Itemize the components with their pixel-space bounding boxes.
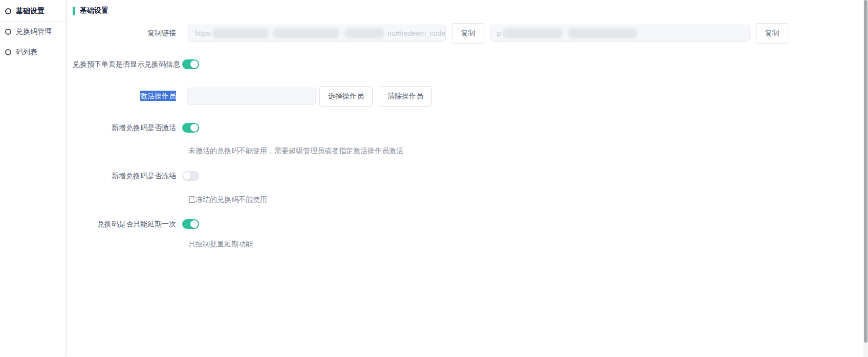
sidebar-item-label: 码列表 — [16, 48, 37, 57]
extend-once-toggle[interactable] — [182, 219, 199, 229]
scrollbar-track — [863, 0, 868, 357]
show-code-info-row: 兑换预下单页是否显示兑换码信息 — [73, 59, 859, 69]
redacted-blur — [344, 28, 384, 38]
link2-prefix: p — [497, 29, 501, 37]
sidebar-item-basic-settings[interactable]: 基础设置 — [0, 1, 66, 22]
link1-suffix: nu#/redeem_code_list?i=11 — [387, 29, 446, 37]
sidebar-item-code-list[interactable]: 码列表 — [0, 42, 66, 62]
new-code-activated-toggle[interactable] — [182, 123, 199, 133]
copy-link-input-1[interactable]: https nu#/redeem_code_list?i=11 — [188, 25, 446, 42]
selected-label-text: 激活操作员 — [140, 91, 176, 101]
activate-operator-label: 激活操作员 — [73, 92, 182, 101]
extend-once-hint: 只控制批量延期功能 — [188, 239, 859, 249]
new-code-frozen-row: 新增兑换码是否冻结 — [73, 171, 859, 181]
clear-operator-button[interactable]: 清除操作员 — [379, 86, 432, 107]
sidebar: 基础设置 兑换码管理 码列表 — [0, 0, 66, 357]
copy-link-row: 复制链接 https nu#/redeem_code_list?i=11 复制 … — [73, 23, 859, 44]
extend-once-row: 兑换码是否只能延期一次 — [73, 219, 859, 229]
page-title: 基础设置 — [80, 6, 108, 15]
redacted-blur — [568, 28, 637, 38]
title-accent-bar — [73, 7, 75, 15]
new-code-frozen-toggle[interactable] — [182, 171, 199, 181]
redacted-blur — [212, 28, 269, 38]
copy-link-input-2[interactable]: p — [490, 25, 750, 42]
activate-operator-row: 激活操作员 选择操作员 清除操作员 — [73, 86, 859, 107]
section-header: 基础设置 — [73, 6, 859, 15]
radio-circle-icon — [5, 49, 11, 55]
link1-prefix: https — [195, 29, 210, 37]
sidebar-item-label: 基础设置 — [16, 7, 45, 16]
main-content: 基础设置 复制链接 https nu#/redeem_code_list?i=1… — [66, 0, 868, 357]
show-code-info-label: 兑换预下单页是否显示兑换码信息 — [73, 60, 182, 69]
vertical-scrollbar[interactable] — [864, 0, 867, 343]
sidebar-item-label: 兑换码管理 — [16, 27, 52, 36]
copy-link-label: 复制链接 — [73, 29, 182, 38]
redacted-blur — [273, 28, 339, 38]
activate-operator-input[interactable] — [187, 88, 316, 105]
redacted-blur — [503, 28, 563, 38]
show-code-info-toggle[interactable] — [182, 59, 199, 69]
select-operator-button[interactable]: 选择操作员 — [319, 86, 373, 107]
extend-once-label: 兑换码是否只能延期一次 — [73, 220, 182, 229]
new-code-activated-label: 新增兑换码是否激活 — [73, 123, 182, 133]
new-code-activated-hint: 未激活的兑换码不能使用，需要超级管理员或者指定激活操作员激活 — [188, 146, 859, 156]
settings-page: 基础设置 兑换码管理 码列表 基础设置 复制链接 https nu#/redee… — [0, 0, 868, 357]
new-code-frozen-hint: 已冻结的兑换码不能使用 — [188, 195, 859, 204]
new-code-activated-row: 新增兑换码是否激活 — [73, 123, 859, 133]
copy-button-1[interactable]: 复制 — [452, 23, 484, 44]
radio-circle-icon — [5, 29, 11, 35]
new-code-frozen-label: 新增兑换码是否冻结 — [73, 172, 182, 181]
radio-circle-icon — [5, 8, 11, 14]
sidebar-item-code-management[interactable]: 兑换码管理 — [0, 22, 66, 42]
copy-button-2[interactable]: 复制 — [756, 23, 788, 44]
